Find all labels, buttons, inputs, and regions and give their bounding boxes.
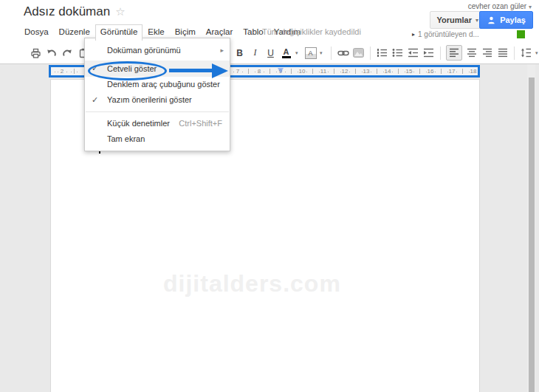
align-justify-icon [498,48,508,58]
align-right-button[interactable] [481,46,493,61]
chevron-down-icon: ▾ [476,17,478,24]
undo-icon [47,48,57,58]
image-icon [353,48,364,58]
chevron-down-icon[interactable]: ▾ [295,50,301,56]
menu-item-label: Tam ekran [107,134,145,143]
annotation-arrow [169,69,213,72]
toolbar-separator [331,47,332,60]
document-area: 2789101112131415161718 dijitalders.com [0,63,539,392]
chevron-down-icon[interactable]: ▾ [320,50,326,56]
view-menu-dropdown: Doküman görünümü▸✓Cetveli gösterDenklem … [84,38,230,151]
watermark: dijitalders.com [163,270,341,298]
share-button-label: Paylaş [500,16,526,24]
highlight-color-icon: A [305,47,317,59]
account-name: cevher ozan güler [468,2,527,10]
checkmark-icon: ✓ [92,92,98,108]
align-left-button[interactable] [446,45,462,61]
align-center-icon [467,48,477,58]
text-color-button[interactable]: A [280,46,292,61]
print-button[interactable] [30,46,42,61]
menu-item-shortcut: Ctrl+Shift+F [179,116,222,131]
align-justify-button[interactable] [496,46,509,61]
italic-button[interactable]: I [249,46,261,61]
chevron-down-icon: ▾ [529,4,532,10]
underline-icon: U [267,48,274,58]
expand-triangle-icon: ▸ [412,31,415,38]
underline-button[interactable]: U [264,46,277,61]
menu-item-label: Denklem araç çubuğunu göster [107,80,220,89]
bold-button[interactable]: B [233,46,246,61]
annotation-ellipse [88,61,167,80]
toolbar-separator [370,47,371,60]
menu-item-label: Doküman görünümü [107,46,181,55]
view-menu-item-5[interactable]: Küçük denetimlerCtrl+Shift+F [85,116,230,131]
star-icon[interactable]: ☆ [115,5,125,18]
comments-button[interactable]: Yorumlar ▾ [430,11,487,29]
text-color-icon: A [282,48,291,58]
annotation-arrow-head [212,63,228,78]
menubar-item-2[interactable]: Görüntüle [95,24,143,41]
share-button[interactable]: Paylaş [479,11,533,29]
align-left-icon [449,48,459,58]
increase-indent-icon [423,48,434,58]
view-menu-item-6[interactable]: Tam ekran [85,131,230,147]
toolbar-separator [440,47,441,60]
share-person-icon [487,16,496,25]
viewers-indicator[interactable]: ▸ 1 görüntüleyen d... [412,30,479,38]
link-icon [337,48,349,58]
decrease-indent-icon [408,48,419,58]
align-center-button[interactable] [465,46,478,61]
view-menu-item-0[interactable]: Doküman görünümü▸ [85,43,230,58]
presence-badge [517,30,525,38]
comments-button-label: Yorumlar [437,16,472,24]
save-status[interactable]: Tüm değişiklikler kaydedildi [262,27,361,36]
view-menu-list: Doküman görünümü▸✓Cetveli gösterDenklem … [85,43,230,147]
line-spacing-button[interactable] [520,46,532,61]
highlight-color-button[interactable]: A [304,46,317,61]
menu-item-label: Yazım önerilerini göster [107,95,192,104]
google-docs-window: Adsız doküman☆ cevher ozan güler ▾ Yorum… [0,0,539,392]
increase-indent-button[interactable] [422,46,435,61]
decrease-indent-button[interactable] [407,46,419,61]
bulleted-list-button[interactable] [391,46,404,61]
scrollbar-thumb[interactable] [529,78,535,392]
bold-icon: B [236,48,243,58]
document-title-text: Adsız doküman [24,4,110,18]
view-menu-item-3[interactable]: ✓Yazım önerilerini göster [85,92,230,108]
undo-button[interactable] [45,46,58,61]
menu-item-label: Küçük denetimler [107,119,170,128]
line-spacing-icon [521,48,532,58]
redo-icon [62,48,72,58]
viewers-label: 1 görüntüleyen d... [418,30,479,38]
print-icon [30,48,41,58]
document-title[interactable]: Adsız doküman☆ [24,4,126,19]
insert-image-button[interactable] [352,46,365,61]
insert-link-button[interactable] [337,46,349,61]
numbered-list-button[interactable] [376,46,388,61]
redo-button[interactable] [61,46,73,61]
submenu-arrow-icon: ▸ [220,43,224,58]
menu-separator [86,111,229,112]
toolbar-separator [514,47,515,60]
toolbar: ▾ B I U A ▾ A ▾ [0,43,539,63]
account-menu[interactable]: cevher ozan güler ▾ [468,2,532,10]
numbered-list-icon [377,48,388,58]
chevron-down-icon[interactable]: ▾ [535,50,539,56]
menubar-item-0[interactable]: Dosya [19,24,54,41]
align-right-icon [482,48,492,58]
italic-icon: I [254,47,257,58]
bulleted-list-icon [392,48,403,58]
